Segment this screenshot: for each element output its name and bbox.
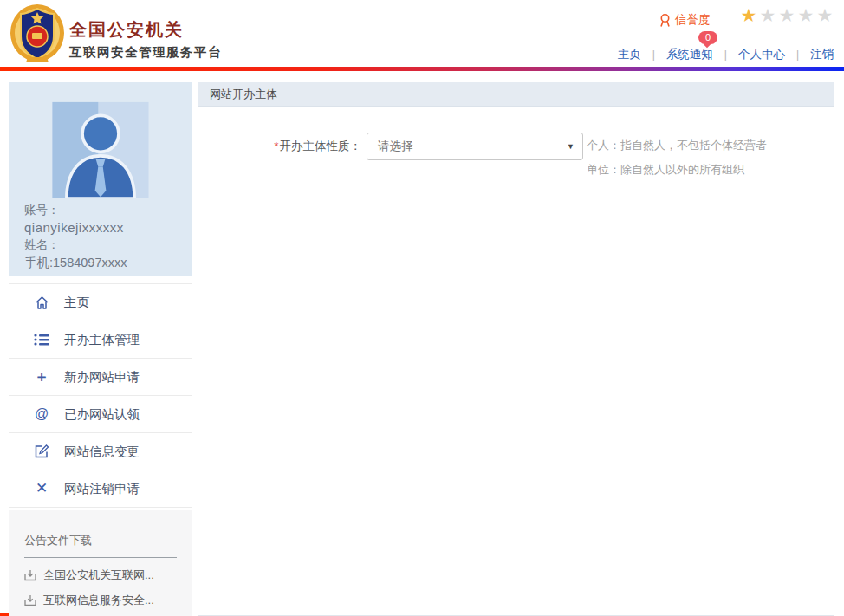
download-icon (24, 594, 36, 606)
edit-icon (33, 443, 50, 460)
panel-title: 网站开办主体 (198, 82, 834, 107)
subject-nature-label: *开办主体性质： (198, 133, 361, 160)
phone-line: 手机:1584097xxxx (24, 254, 192, 271)
star-icon: ★ (815, 5, 834, 26)
sidebar-item-website-cancellation[interactable]: ✕ 网站注销申请 (9, 470, 192, 508)
star-icon: ★ (739, 5, 758, 26)
select-value: 请选择 (378, 139, 413, 152)
sidebar-item-label: 网站注销申请 (64, 481, 140, 497)
reputation-label: 信誉度 (675, 12, 711, 28)
required-asterisk: * (274, 139, 278, 152)
sidebar-item-label: 网站信息变更 (64, 444, 140, 460)
chevron-down-icon: ▼ (567, 133, 575, 159)
sidebar-item-subject-management[interactable]: 开办主体管理 (9, 321, 192, 359)
star-icon: ★ (758, 5, 777, 26)
top-nav: 主页 | 系统通知 | 个人中心 | 注销 (618, 47, 834, 62)
announcement-downloads: 公告文件下载 全国公安机关互联网... 互联网信息服务安全... (9, 510, 192, 616)
sidebar: 账号： qianyikejixxxxxx 姓名： 手机:1584097xxxx … (9, 82, 192, 616)
main-panel: 网站开办主体 *开办主体性质： 请选择 ▼ 个人：指自然人，不包括个体经营者 单… (198, 82, 834, 616)
sidebar-item-label: 主页 (64, 295, 89, 311)
sidebar-item-website-info-change[interactable]: 网站信息变更 (9, 433, 192, 470)
rating-stars: ★ ★ ★ ★ ★ (739, 5, 834, 26)
name-label: 姓名： (24, 237, 192, 254)
org-title: 全国公安机关 (69, 18, 222, 42)
account-value: qianyikejixxxxxx (24, 219, 192, 237)
help-text: 个人：指自然人，不包括个体经营者 单位：除自然人以外的所有组织 (587, 133, 767, 182)
header-gradient-divider (0, 67, 844, 71)
sidebar-item-label: 已办网站认领 (64, 406, 140, 423)
sidebar-item-label: 开办主体管理 (64, 332, 140, 348)
page: 全国公安机关 互联网安全管理服务平台 信誉度 ★ ★ ★ ★ ★ 0 主页 | … (0, 0, 844, 616)
home-icon (33, 294, 50, 311)
sidebar-item-label: 新办网站申请 (64, 369, 140, 386)
sidebar-menu: 主页 开办主体管理 ＋ 新办网站申请 @ 已办网站认领 网站信息变更 (9, 283, 192, 508)
avatar (48, 82, 153, 198)
download-item[interactable]: 互联网信息服务安全... (24, 593, 192, 608)
nav-separator: | (724, 49, 727, 61)
nav-home-link[interactable]: 主页 (618, 47, 641, 62)
nav-separator: | (652, 49, 655, 61)
brand: 全国公安机关 互联网安全管理服务平台 (69, 18, 222, 61)
top-header: 全国公安机关 互联网安全管理服务平台 信誉度 ★ ★ ★ ★ ★ 0 主页 | … (0, 0, 844, 67)
download-item[interactable]: 全国公安机关互联网... (24, 567, 192, 583)
medal-icon (659, 13, 672, 28)
profile-info: 账号： qianyikejixxxxxx 姓名： 手机:1584097xxxx (24, 202, 192, 271)
sidebar-item-claim-existing-website[interactable]: @ 已办网站认领 (9, 396, 192, 433)
download-item-label: 全国公安机关互联网... (43, 567, 154, 583)
nav-personal-center-link[interactable]: 个人中心 (738, 47, 785, 62)
police-badge-logo-icon (9, 3, 66, 64)
sidebar-item-home[interactable]: 主页 (9, 284, 192, 321)
downloads-divider (24, 557, 177, 558)
nav-logout-link[interactable]: 注销 (810, 47, 834, 62)
at-icon: @ (33, 405, 50, 423)
close-icon: ✕ (33, 480, 50, 497)
star-icon: ★ (777, 5, 796, 26)
download-item-label: 互联网信息服务安全... (43, 593, 154, 608)
help-line-organization: 单位：除自然人以外的所有组织 (587, 158, 767, 182)
download-icon (24, 569, 36, 581)
notification-count-badge: 0 (698, 31, 717, 44)
list-icon (33, 331, 50, 348)
downloads-title: 公告文件下载 (9, 510, 192, 548)
plus-icon: ＋ (33, 368, 50, 386)
reputation: 信誉度 (659, 12, 711, 28)
account-label: 账号： (24, 202, 192, 219)
sidebar-item-new-website-application[interactable]: ＋ 新办网站申请 (9, 359, 192, 396)
help-line-individual: 个人：指自然人，不包括个体经营者 (587, 133, 767, 158)
subject-nature-select[interactable]: 请选择 ▼ (367, 133, 583, 160)
nav-separator: | (796, 49, 799, 61)
nav-system-notice-link[interactable]: 系统通知 (666, 47, 713, 62)
star-icon: ★ (796, 5, 815, 26)
user-profile-card: 账号： qianyikejixxxxxx 姓名： 手机:1584097xxxx (9, 82, 192, 276)
platform-subtitle: 互联网安全管理服务平台 (69, 44, 222, 61)
